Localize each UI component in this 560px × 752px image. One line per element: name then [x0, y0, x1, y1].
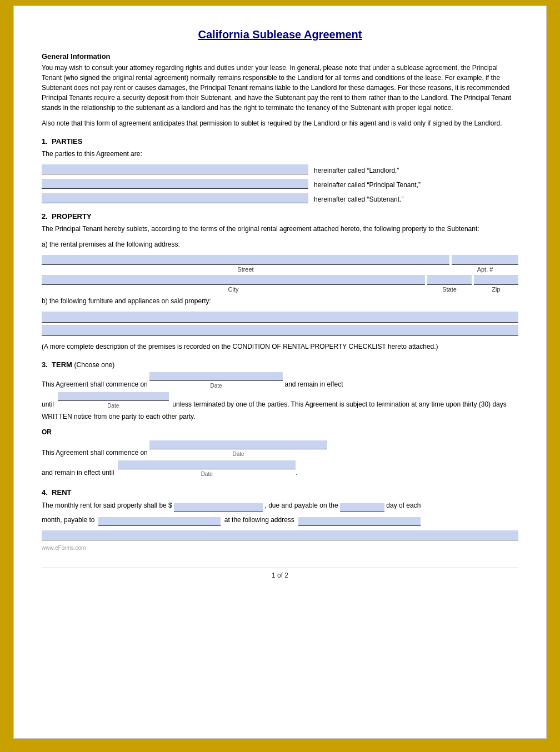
- address-row2-labels: City State Zip: [42, 286, 518, 293]
- principal-tenant-input[interactable]: [42, 179, 308, 189]
- section1-title: 1. PARTIES: [42, 137, 518, 146]
- term-line2: until Date unless terminated by one of t…: [42, 392, 518, 423]
- rent-continuation-input[interactable]: [42, 530, 518, 540]
- zip-input[interactable]: [474, 275, 518, 285]
- section1-intro: The parties to this Agreement are:: [42, 149, 518, 159]
- general-info-heading: General Information: [42, 52, 518, 61]
- apt-label: Apt. #: [452, 266, 518, 273]
- zip-label: Zip: [474, 286, 518, 293]
- section2-sub-a: a) the rental premises at the following …: [42, 239, 518, 249]
- subtenant-line: hereinafter called “Subtenant.”: [42, 193, 518, 203]
- also-note-text: Also note that this form of agreement an…: [42, 118, 518, 128]
- city-input[interactable]: [42, 275, 425, 285]
- payable-address-input[interactable]: [298, 517, 421, 526]
- landlord-label: hereinafter called “Landlord,”: [314, 167, 399, 174]
- commence-date2-input[interactable]: [149, 440, 327, 449]
- subtenant-label: hereinafter called “Subtenant.”: [314, 195, 403, 203]
- rent-line1: The monthly rent for said property shall…: [42, 500, 518, 512]
- until-date2-wrap: Date: [118, 460, 296, 479]
- section3-title: 3. TERM (Choose one): [42, 360, 518, 369]
- document-title: California Sublease Agreement: [42, 28, 518, 41]
- watermark: www.eForms.com: [42, 545, 518, 551]
- street-label: Street: [42, 266, 449, 273]
- until-date-input[interactable]: [58, 392, 169, 401]
- due-day-input[interactable]: [340, 503, 384, 512]
- furniture-input-2[interactable]: [42, 325, 518, 336]
- term-line3: This Agreement shall commence on Date: [42, 440, 518, 459]
- general-info-text: You may wish to consult your attorney re…: [42, 63, 518, 113]
- or-text: OR: [42, 427, 518, 439]
- commence-date-input[interactable]: [149, 372, 283, 381]
- condition-text: (A more complete description of the prem…: [42, 342, 518, 352]
- rent-line2: month, payable to at the following addre…: [42, 514, 518, 527]
- until-date-wrap: Date: [58, 392, 169, 411]
- landlord-line: hereinafter called “Landlord,”: [42, 164, 518, 174]
- section4-title: 4. RENT: [42, 488, 518, 497]
- apt-input[interactable]: [452, 255, 518, 265]
- landlord-input[interactable]: [42, 164, 308, 174]
- state-label: State: [427, 286, 472, 293]
- commence-date2-wrap: Date: [149, 440, 327, 459]
- address-row1-labels: Street Apt. #: [42, 266, 518, 273]
- address-grid: Street Apt. # City State Zip: [42, 255, 518, 293]
- state-input[interactable]: [427, 275, 472, 285]
- street-input[interactable]: [42, 255, 449, 265]
- date-label-3: Date: [233, 449, 244, 459]
- commence-date-wrap: Date: [149, 372, 283, 391]
- section2-intro: The Principal Tenant hereby sublets, acc…: [42, 224, 518, 234]
- city-label: City: [42, 286, 425, 293]
- payable-to-input[interactable]: [98, 517, 221, 526]
- date-label-4: Date: [201, 469, 213, 479]
- page-footer: 1 of 2: [42, 568, 518, 579]
- term-line4: and remain in effect until Date .: [42, 460, 518, 479]
- address-row2: [42, 275, 518, 285]
- page-label: 1 of 2: [272, 571, 288, 579]
- principal-tenant-label: hereinafter called “Principal Tenant,”: [314, 181, 421, 189]
- address-row1: [42, 255, 518, 265]
- date-label-1: Date: [211, 381, 222, 391]
- rent-amount-input[interactable]: [174, 503, 263, 512]
- section2-sub-b: b) the following furniture and appliance…: [42, 296, 518, 306]
- until-date2-input[interactable]: [118, 460, 296, 469]
- term-line1: This Agreement shall commence on Date an…: [42, 372, 518, 391]
- section2-title: 2. PROPERTY: [42, 212, 518, 220]
- date-label-2: Date: [107, 401, 119, 411]
- principal-tenant-line: hereinafter called “Principal Tenant,”: [42, 179, 518, 189]
- furniture-input-1[interactable]: [42, 312, 518, 323]
- document-container: California Sublease Agreement General In…: [13, 6, 547, 739]
- subtenant-input[interactable]: [42, 193, 308, 203]
